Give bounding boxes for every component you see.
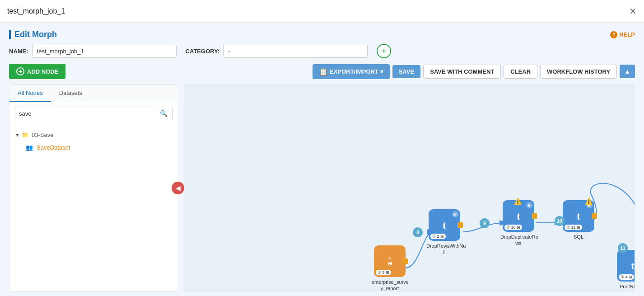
node-sql-connector-right[interactable] [592,213,597,219]
node-dropduplicates-label: DropDuplicateRows [500,234,537,247]
node-dropduplicates-icon: t [517,210,520,222]
edit-morph-title: Edit Morph [9,30,57,39]
tab-all-nodes[interactable]: All Nodes [9,85,51,102]
node-enterprise-box: ≡ ⊞ ① 9 ⊞ [374,245,406,277]
form-row: NAME: CATEGORY: + [9,44,635,58]
export-import-button[interactable]: 📋 EXPORT/IMPORT ▾ [313,64,390,79]
connector-8: 8 [413,227,423,237]
add-category-button[interactable]: + [377,44,391,58]
canvas-area[interactable]: ≡ ⊞ ① 9 ⊞ enterprise_survey_report 8 [184,85,635,291]
node-dropduplicates-box: t ▶ ⚠️ ① 10 ⊞ [503,200,534,232]
node-droprows-icon: t [443,219,446,231]
help-label: HELP [619,31,635,38]
node-enterprise-connector-right[interactable] [403,258,408,264]
window-title: test_morph_job_1 [7,7,65,15]
content-area: Edit Morph ? HELP NAME: CATEGORY: + + AD… [0,23,644,296]
search-input-wrap: 🔍 [15,107,173,120]
export-chevron-icon: ▾ [380,68,383,75]
node-enterprise-badge: ① 9 ⊞ [376,270,391,275]
node-printnrows-box: t ▶ ① 4 ⊞ [617,250,635,282]
help-button[interactable]: ? HELP [610,31,635,38]
left-panel: All Nodes Datasets 🔍 [9,85,178,291]
add-node-label: ADD NODE [27,68,58,75]
workflow-history-label: WORKFLOW HISTORY [547,68,610,75]
category-label: 03-Save [32,132,53,138]
category-field-group: CATEGORY: [186,45,368,58]
node-droprows[interactable]: t ▶ ① 2 ⊞ DropRowsWithNull [426,209,462,256]
right-toolbar: 📋 EXPORT/IMPORT ▾ SAVE SAVE WITH COMMENT… [313,64,635,79]
node-sql-label: SQL [574,234,583,240]
search-input[interactable] [15,108,155,120]
add-node-plus-icon: + [16,67,24,75]
node-printnrows-label: PrintNRows [620,283,635,290]
name-label: NAME: [9,48,28,55]
node-sql-box: t ▶ ⚠️ ① 11 ⊞ [563,200,594,232]
title-bar: test_morph_job_1 ✕ [0,0,644,23]
workflow-canvas: ≡ ⊞ ① 9 ⊞ enterprise_survey_report 8 [184,85,635,291]
search-box: 🔍 [9,102,178,125]
connector-11: 11 [618,243,628,253]
collapse-panel-button[interactable]: ◀ [172,182,184,194]
chevron-down-icon: ▾ [16,132,19,138]
category-input[interactable] [223,45,368,58]
tree-area: ▾ 📁 03-Save 👥 SaveDataset [9,125,178,291]
node-sql-badge: ① 11 ⊞ [565,225,582,230]
item-label: SaveDataset [37,144,70,151]
clear-button[interactable]: CLEAR [504,65,537,79]
node-droprows-connector-right[interactable] [457,222,463,228]
save-label: SAVE [399,68,414,75]
main-window: test_morph_job_1 ✕ Edit Morph ? HELP NAM… [0,0,644,296]
node-sql[interactable]: t ▶ ⚠️ ① 11 ⊞ SQL [563,200,594,240]
node-enterprise[interactable]: ≡ ⊞ ① 9 ⊞ enterprise_survey_report [372,245,408,291]
node-droprows-label: DropRowsWithNull [426,243,462,256]
name-field-group: NAME: [9,45,177,58]
folder-icon: 📁 [22,132,29,138]
toolbar-row: + ADD NODE 📋 EXPORT/IMPORT ▾ SAVE SAVE W… [9,64,635,79]
up-button[interactable]: ▲ [620,65,635,78]
node-dropduplicates-connector-right[interactable] [532,213,537,219]
search-icon: 🔍 [160,110,168,117]
collapse-arrow-icon: ◀ [176,184,181,192]
help-icon: ? [610,31,617,38]
save-dataset-icon: 👥 [26,144,33,151]
tab-datasets[interactable]: Datasets [51,85,90,102]
node-enterprise-label: enterprise_survey_report [372,279,408,291]
node-droprows-box: t ▶ ① 2 ⊞ [429,209,460,241]
node-dropduplicates-play: ▶ [526,202,532,208]
main-panel: All Nodes Datasets 🔍 [9,85,635,291]
save-button[interactable]: SAVE [392,65,420,78]
node-droprows-play: ▶ [452,211,458,217]
add-node-button[interactable]: + ADD NODE [9,64,65,79]
node-sql-icon: t [577,210,580,222]
tree-category-03-save[interactable]: ▾ 📁 03-Save [9,129,178,141]
export-import-label: EXPORT/IMPORT [330,68,378,75]
name-input[interactable] [32,45,177,58]
node-dropduplicates[interactable]: t ▶ ⚠️ ① 10 ⊞ DropDuplicateRows [500,200,537,247]
search-button[interactable]: 🔍 [155,107,172,120]
node-printnrows-icon: t [631,260,635,272]
close-button[interactable]: ✕ [629,7,637,16]
node-droprows-badge: ① 2 ⊞ [430,234,446,239]
edit-morph-header: Edit Morph ? HELP [9,30,635,39]
connector-9: 9 [480,218,490,228]
node-printnrows-badge: ① 4 ⊞ [619,274,634,280]
save-with-comment-label: SAVE WITH COMMENT [430,68,494,75]
panel-tabs: All Nodes Datasets [9,85,178,102]
node-dropduplicates-badge: ① 10 ⊞ [504,225,522,230]
workflow-connections-svg [184,85,635,291]
node-printnrows[interactable]: t ▶ ① 4 ⊞ PrintNRows [617,250,635,290]
category-label: CATEGORY: [186,48,220,55]
workflow-history-button[interactable]: WORKFLOW HISTORY [540,65,617,79]
up-arrow-icon: ▲ [624,68,630,75]
export-icon: 📋 [319,67,328,76]
save-with-comment-button[interactable]: SAVE WITH COMMENT [423,65,501,79]
connector-10: 10 [555,216,565,226]
clear-label: CLEAR [510,68,531,75]
list-item[interactable]: 👥 SaveDataset [9,141,178,154]
